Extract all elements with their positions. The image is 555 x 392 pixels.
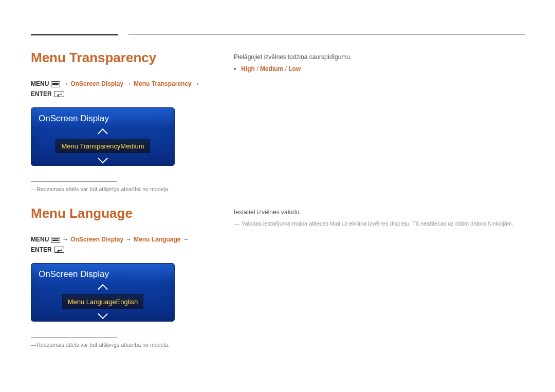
path-menu: MENU: [31, 236, 49, 244]
path-item: Menu Language: [134, 236, 180, 244]
enter-icon: [54, 91, 64, 97]
breadcrumb: MENU → OnScreen Display → Menu Transpare…: [31, 80, 206, 98]
option-medium: Medium: [260, 65, 283, 72]
osd-row-label: Menu Transparency: [61, 142, 120, 150]
osd-preview-panel: OnScreen Display Menu Transparency Mediu…: [31, 107, 175, 166]
description-text: Pielāgojiet izvēlnes lodziņa caurspīdīgu…: [234, 53, 525, 62]
footnote: Redzamais attēls var būt atšķirīgs atkar…: [31, 342, 206, 348]
osd-arrow-up[interactable]: [99, 282, 106, 293]
option-sep: /: [256, 65, 260, 72]
description-block: Pielāgojiet izvēlnes lodziņa caurspīdīgu…: [234, 53, 525, 74]
path-enter: ENTER: [31, 246, 52, 254]
osd-arrow-down[interactable]: [99, 154, 106, 165]
path-arrow: →: [62, 236, 68, 244]
section-menu-transparency: Menu Transparency MENU → OnScreen Displa…: [31, 50, 206, 192]
osd-preview-panel: OnScreen Display Menu Language English: [31, 263, 175, 322]
path-arrow: →: [194, 80, 200, 88]
path-arrow: →: [62, 80, 68, 88]
chevron-down-icon: [98, 309, 108, 319]
page-tab-marker: [31, 34, 118, 35]
section-menu-language: Menu Language MENU → OnScreen Display → …: [31, 206, 206, 348]
osd-title: OnScreen Display: [31, 108, 174, 127]
description-block: Iestatiet izvēlnes valodu. Valodas iesta…: [234, 208, 525, 228]
path-enter: ENTER: [31, 90, 52, 99]
osd-title: OnScreen Display: [31, 264, 174, 283]
description-text: Iestatiet izvēlnes valodu.: [234, 208, 525, 217]
options-bullet: • High / Medium / Low: [234, 65, 525, 73]
page-rule: [128, 34, 525, 35]
path-arrow: →: [182, 236, 189, 244]
chevron-up-icon: [98, 128, 108, 139]
path-arrow: →: [125, 236, 132, 244]
osd-row-label: Menu Language: [68, 298, 116, 306]
heading-menu-language: Menu Language: [31, 206, 206, 221]
note-text: Valodas iestatījuma maiņa attiecas tikai…: [242, 220, 513, 228]
menu-icon: [51, 237, 60, 243]
enter-icon: [54, 247, 64, 253]
path-menu: MENU: [31, 80, 49, 88]
option-low: Low: [288, 65, 301, 72]
path-arrow: →: [125, 80, 132, 88]
breadcrumb: MENU → OnScreen Display → Menu Language …: [31, 236, 206, 254]
chevron-up-icon: [98, 284, 108, 294]
chevron-down-icon: [98, 153, 108, 163]
note-row: Valodas iestatījuma maiņa attiecas tikai…: [234, 220, 525, 228]
dash-icon: [234, 220, 238, 228]
osd-arrow-down[interactable]: [99, 310, 106, 321]
path-osd: OnScreen Display: [70, 80, 123, 88]
bullet-dot: •: [234, 65, 236, 73]
heading-menu-transparency: Menu Transparency: [31, 50, 206, 66]
footnote-separator: [31, 337, 117, 338]
osd-selected-row[interactable]: Menu Language English: [62, 294, 144, 309]
footnote-separator: [31, 181, 117, 182]
footnote: Redzamais attēls var būt atšķirīgs atkar…: [31, 186, 206, 192]
menu-icon: [51, 81, 60, 87]
osd-row-value: English: [116, 298, 138, 306]
osd-row-value: Medium: [120, 142, 144, 150]
osd-arrow-up[interactable]: [99, 126, 106, 138]
osd-selected-row[interactable]: Menu Transparency Medium: [55, 139, 150, 153]
path-item: Menu Transparency: [134, 80, 192, 88]
option-high: High: [241, 65, 255, 72]
path-osd: OnScreen Display: [70, 236, 123, 244]
